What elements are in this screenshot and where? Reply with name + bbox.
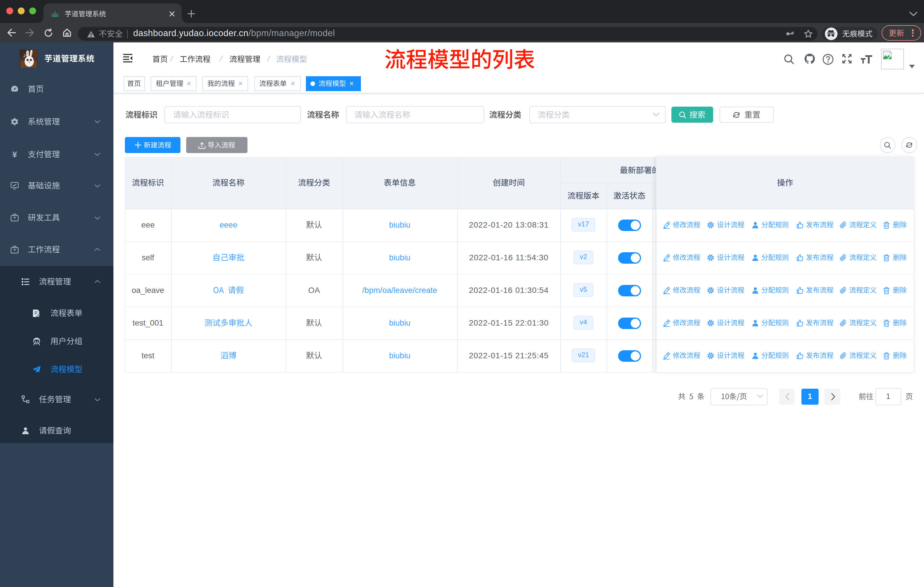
svg-text:¥: ¥ — [12, 149, 17, 159]
